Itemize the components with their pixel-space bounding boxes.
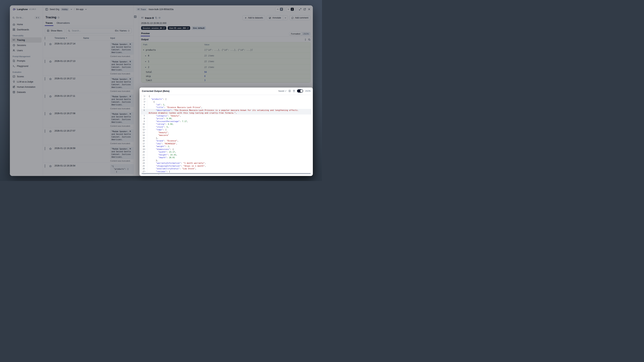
code-line[interactable]: 19▾ "dimensions": { (141, 148, 311, 151)
code-line[interactable]: 23▾ }, (141, 159, 311, 162)
trash-icon[interactable] (293, 90, 295, 92)
fold-icon[interactable]: ▾ (145, 95, 146, 98)
code-line[interactable]: 27▾ "reviews": [ (141, 170, 311, 173)
code-line[interactable]: 16▾ "brand": "Essence", (141, 140, 311, 142)
code-line[interactable]: 4▾ "id": 1, (141, 103, 311, 106)
code-line[interactable]: 17▾ "sku": "RCH45Q1A", (141, 142, 311, 145)
code-line[interactable]: 2▾ "products": [ (141, 98, 311, 101)
code-line[interactable]: 18▾ "weight": 2, (141, 145, 311, 148)
code-line[interactable]: 25▾ "shippingInformation": "Ships in 1 m… (141, 165, 311, 168)
code-line[interactable]: 21▾ "height": 14.43, (141, 154, 311, 156)
code-line[interactable]: 8▾ "price": 9.99, (141, 117, 311, 120)
check-icon: ✓ (285, 90, 287, 92)
code-line[interactable]: 6▾ "description": "The Essence Mascara L… (141, 109, 311, 114)
fold-icon[interactable]: ▾ (145, 128, 146, 131)
fold-icon[interactable]: ▾ (145, 98, 146, 101)
code-line[interactable]: 12▾ "tags": [ (141, 128, 311, 131)
code-line[interactable]: 7▾ "category": "beauty", (141, 114, 311, 117)
code-line[interactable]: 3▾ { (141, 100, 311, 103)
toggle-knob (300, 90, 303, 92)
json-toggle-label: JSON (305, 90, 310, 92)
fold-icon[interactable]: ▾ (145, 148, 146, 151)
fold-icon[interactable]: ▾ (145, 100, 146, 103)
code-line[interactable]: 11▾ "stock": 5, (141, 126, 311, 128)
code-line[interactable]: 1▾{ (141, 95, 311, 98)
editor-content[interactable]: 1▾{2▾ "products": [3▾ {4▾ "id": 1,5▾ "ti… (141, 95, 311, 174)
code-line[interactable]: 14▾ "mascara" (141, 134, 311, 137)
code-line[interactable]: 22▾ "depth": 28.01 (141, 156, 311, 159)
corrected-output-panel: Corrected Output (Beta) Saved ✓ JSON 1▾{… (140, 88, 313, 176)
corrected-output-title: Corrected Output (Beta) (142, 90, 170, 92)
json-toggle[interactable] (297, 89, 303, 92)
code-line[interactable]: 5▾ "title": "Essence Mascara Lash Prince… (141, 106, 311, 109)
code-line[interactable]: 13▾ "beauty", (141, 131, 311, 134)
save-icon[interactable] (288, 90, 291, 92)
saved-label: Saved (278, 90, 284, 92)
code-line[interactable]: 20▾ "width": 23.17, (141, 150, 311, 154)
json-editor[interactable]: 1▾{2▾ "products": [3▾ {4▾ "id": 1,5▾ "ti… (141, 95, 312, 174)
saved-status: Saved ✓ (278, 90, 286, 92)
fold-icon[interactable]: ▾ (145, 170, 146, 173)
code-line[interactable]: 10▾ "rating": 4.94, (141, 123, 311, 126)
horizontal-scrollbar[interactable] (141, 173, 311, 174)
code-line[interactable]: 26▾ "availabilityStatus": "Low Stock", (141, 167, 311, 170)
code-line[interactable]: 24▾ "warrantyInformation": "1 month warr… (141, 162, 311, 165)
code-line[interactable]: 9▾ "discountPercentage": 7.17, (141, 120, 311, 123)
code-line[interactable]: 15▾ ], (141, 137, 311, 140)
